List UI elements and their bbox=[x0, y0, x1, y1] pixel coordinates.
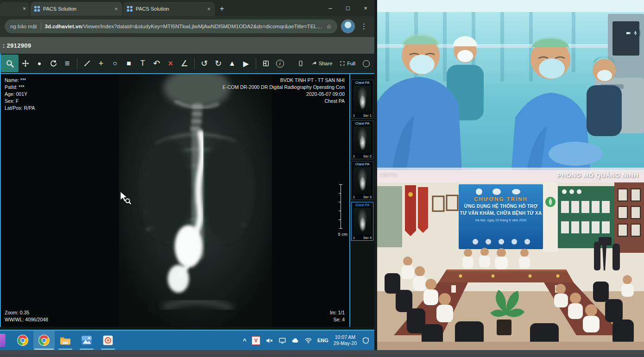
browser-menu-icon[interactable]: ⋮ bbox=[359, 22, 370, 31]
flip-vertical-button[interactable]: ▲ bbox=[225, 56, 239, 70]
display-bezel bbox=[0, 350, 644, 357]
conference-room-video: CHƯƠNG TRÌNH ỨNG DỤNG HỆ THỐNG HỖ TRỢ TƯ… bbox=[377, 182, 644, 350]
operating-room-scene bbox=[377, 0, 644, 182]
url-path: /Viewer/Index?dataid=&studyKey=MTI5NTkwL… bbox=[82, 24, 322, 29]
app-icon-partial[interactable] bbox=[0, 334, 6, 347]
patient-sex: Sex: F bbox=[5, 98, 35, 105]
camera-mic-status-badge bbox=[624, 30, 640, 37]
banner-subtitle: Hà Nội, ngày 29 tháng 5 năm 2020 bbox=[459, 219, 543, 222]
series-number: Se: 4 bbox=[330, 316, 345, 323]
taskbar-pinned-apps bbox=[0, 331, 119, 350]
image-series-overlay: Im: 1/1 Se: 4 bbox=[330, 309, 345, 323]
accession-id: : 2912909 bbox=[3, 42, 31, 49]
xray-viewport[interactable]: Name: *** PatId: *** Age: 001Y Sex: F La… bbox=[1, 74, 349, 327]
chrome-app-button[interactable] bbox=[12, 331, 33, 350]
pacs-favicon bbox=[127, 6, 133, 12]
thumbnail-image bbox=[354, 208, 371, 235]
clock[interactable]: 10:07 AM 29-May-20 bbox=[334, 334, 357, 346]
zoom-cursor bbox=[119, 191, 133, 205]
windows-taskbar: ^ V ENG 10:07 AM 29-May-20 bbox=[0, 330, 374, 350]
study-device: E-COM DR-2000 DR Digital Radiography Ope… bbox=[222, 84, 345, 91]
patient-name: Name: *** bbox=[5, 77, 35, 84]
tab-pacs-1[interactable]: PACS Solution × bbox=[31, 2, 122, 16]
zoom-tool-button[interactable] bbox=[1, 55, 19, 72]
status-circle-icon[interactable] bbox=[363, 60, 370, 67]
mobile-device-icon[interactable] bbox=[297, 60, 304, 67]
operating-room-video: 2:59 PM PHÒNG MỔ QUẢNG NINH bbox=[377, 0, 644, 182]
ellipse-roi-button[interactable]: ○ bbox=[108, 56, 122, 70]
fullscreen-button[interactable]: Full bbox=[340, 61, 355, 66]
display-tray-icon[interactable] bbox=[278, 337, 286, 344]
wl-presets-button[interactable]: ≡ bbox=[60, 56, 74, 70]
text-annotation-button[interactable]: T bbox=[136, 56, 150, 70]
tray-expand-chevron[interactable]: ^ bbox=[243, 337, 246, 344]
rotate-cw-button[interactable]: ↻ bbox=[211, 56, 225, 70]
pacs-browser-screen: × PACS Solution × PACS Solution × + – □ … bbox=[0, 0, 374, 350]
angle-tool-button[interactable]: ∠ bbox=[177, 56, 191, 70]
image-number: Im: 1/1 bbox=[330, 309, 345, 316]
volume-muted-icon[interactable] bbox=[265, 337, 273, 344]
tab-close-icon[interactable]: × bbox=[23, 6, 26, 12]
url-domain: 3d.cdhaviet.vn bbox=[45, 24, 82, 29]
flip-horizontal-button[interactable]: ▶ bbox=[239, 56, 253, 70]
language-indicator[interactable]: ENG bbox=[317, 338, 328, 343]
pacs-viewer: ≡ + ○ ■ T ↶ × ∠ ↺ ↻ ▲ ▶ i Sha bbox=[0, 54, 374, 327]
ruler-label: 5 cm bbox=[338, 232, 347, 237]
measure-line-button[interactable] bbox=[80, 56, 94, 70]
tab-close-icon[interactable]: × bbox=[114, 6, 119, 12]
v-app-tray-icon[interactable]: V bbox=[252, 336, 260, 345]
action-center-icon[interactable] bbox=[362, 337, 370, 344]
maximize-button[interactable]: □ bbox=[339, 0, 357, 16]
wifi-icon[interactable] bbox=[304, 337, 312, 344]
toolbar-separator bbox=[194, 58, 195, 69]
mic-icon bbox=[633, 31, 638, 36]
thumbnail-image bbox=[354, 86, 371, 113]
minimize-button[interactable]: – bbox=[322, 0, 339, 16]
toolbar-separator bbox=[256, 58, 256, 69]
series-thumbnail-2[interactable]: Chest PA 1Ser 2 bbox=[351, 120, 373, 159]
rotate-ccw-button[interactable]: ↺ bbox=[197, 56, 211, 70]
undo-button[interactable]: ↶ bbox=[150, 56, 164, 70]
tab-label: PACS Solution bbox=[136, 6, 203, 12]
page-url[interactable]: 3d.cdhaviet.vn/Viewer/Index?dataid=&stud… bbox=[45, 24, 323, 29]
new-tab-button[interactable]: + bbox=[215, 2, 229, 16]
url-field[interactable]: ng bảo mật 3d.cdhaviet.vn/Viewer/Index?d… bbox=[5, 19, 337, 33]
file-explorer-button[interactable] bbox=[55, 331, 76, 350]
tab-offscreen[interactable]: × bbox=[0, 2, 30, 16]
video-conference-screen: 2:59 PM PHÒNG MỔ QUẢNG NINH bbox=[377, 0, 644, 350]
onedrive-cloud-icon[interactable] bbox=[291, 337, 299, 344]
pan-tool-button[interactable] bbox=[19, 56, 32, 70]
series-thumbnail-1[interactable]: Chest PA 1Ser 1 bbox=[351, 80, 373, 119]
close-button[interactable]: × bbox=[357, 0, 374, 16]
delete-annotation-button[interactable]: × bbox=[164, 56, 177, 70]
rotate-tool-button[interactable] bbox=[46, 56, 60, 70]
system-tray: ^ V ENG 10:07 AM 29-May-20 bbox=[243, 334, 374, 346]
tab-label: PACS Solution bbox=[43, 6, 111, 12]
scale-ruler bbox=[337, 184, 344, 229]
xray-image bbox=[119, 74, 272, 327]
crosshair-button[interactable]: + bbox=[94, 56, 108, 70]
series-thumbnail-3[interactable]: Chest PA 1Ser 3 bbox=[351, 161, 373, 200]
study-datetime: 2020-05-07 09:00 bbox=[222, 91, 345, 98]
patient-id: PatId: *** bbox=[5, 84, 35, 91]
patient-age: Age: 001Y bbox=[5, 91, 35, 98]
photos-app-button[interactable] bbox=[76, 331, 97, 350]
security-label[interactable]: ng bảo mật bbox=[10, 24, 37, 29]
info-overlay-button[interactable]: i bbox=[273, 56, 287, 70]
probe-tool-button[interactable] bbox=[32, 56, 46, 70]
tab-pacs-2[interactable]: PACS Solution × bbox=[123, 2, 215, 16]
tab-close-icon[interactable]: × bbox=[207, 6, 211, 12]
chrome-active-app-button[interactable] bbox=[33, 331, 55, 350]
pacs-favicon bbox=[34, 6, 40, 12]
banner-line-2: TƯ VẤN KHÁM, CHỮA BỆNH TỪ XA bbox=[459, 211, 543, 216]
accession-id-bar: : 2912909 bbox=[0, 37, 374, 54]
share-button[interactable]: Share bbox=[311, 61, 332, 66]
media-app-button[interactable] bbox=[97, 331, 119, 350]
toolbar-right-actions: Share Full bbox=[297, 60, 370, 67]
rect-roi-button[interactable]: ■ bbox=[122, 56, 136, 70]
profile-avatar[interactable] bbox=[341, 19, 355, 33]
layout-button[interactable] bbox=[259, 56, 273, 70]
study-hospital: BVDK TINH PT - TT SAN NHI bbox=[222, 77, 345, 84]
series-thumbnail-4-selected[interactable]: Chest PA 1Ser 4 bbox=[351, 202, 373, 241]
bookmark-star-icon[interactable]: ☆ bbox=[326, 23, 332, 30]
